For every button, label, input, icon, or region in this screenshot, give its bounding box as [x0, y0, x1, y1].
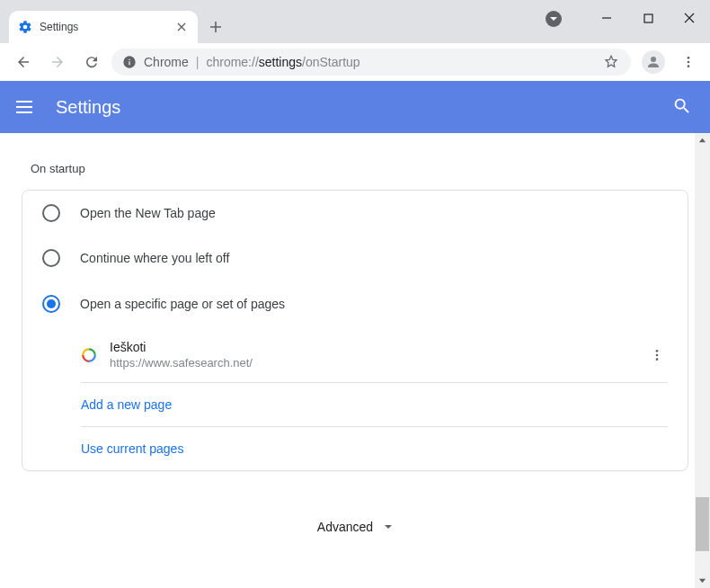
scroll-down-icon[interactable] [695, 573, 710, 588]
page-title: Settings [56, 97, 672, 118]
settings-header: Settings [0, 81, 710, 133]
svg-point-2 [688, 61, 690, 64]
new-tab-button[interactable] [203, 14, 228, 40]
settings-viewport: On startup Open the New Tab page Continu… [0, 133, 710, 588]
scroll-up-icon[interactable] [695, 133, 710, 148]
forward-button[interactable] [43, 48, 72, 76]
close-window-button[interactable] [669, 0, 710, 36]
radio-icon [42, 204, 60, 222]
scrollbar[interactable] [695, 133, 710, 588]
browser-tab[interactable]: Settings [9, 11, 198, 43]
advanced-label: Advanced [317, 520, 373, 534]
browser-menu-button[interactable] [676, 55, 701, 69]
reload-button[interactable] [77, 48, 106, 76]
omnibox-divider: | [196, 55, 200, 69]
advanced-toggle[interactable]: Advanced [22, 520, 688, 534]
search-icon[interactable] [672, 96, 694, 118]
bookmark-star-icon[interactable] [602, 53, 620, 71]
gear-icon [18, 20, 32, 34]
startup-page-url: https://www.safesearch.net/ [110, 356, 634, 370]
svg-point-8 [656, 350, 659, 352]
omnibox-origin: Chrome [144, 55, 189, 69]
scroll-thumb[interactable] [696, 497, 709, 551]
section-heading: On startup [31, 162, 688, 175]
page-row-menu-button[interactable] [646, 344, 668, 366]
hamburger-menu-icon[interactable] [16, 96, 38, 118]
radio-icon [42, 295, 60, 313]
radio-label: Continue where you left off [80, 251, 229, 265]
site-info-icon[interactable] [122, 55, 137, 69]
startup-page-row: Ieškoti https://www.safesearch.net/ [81, 327, 668, 382]
radio-icon [42, 249, 60, 267]
use-current-pages-link[interactable]: Use current pages [81, 427, 668, 470]
chevron-down-icon [384, 522, 393, 531]
radio-label: Open the New Tab page [80, 206, 216, 220]
svg-point-3 [688, 65, 690, 67]
profile-avatar[interactable] [642, 50, 665, 74]
window-controls [586, 0, 710, 36]
minimize-button[interactable] [586, 0, 627, 36]
favicon-icon [81, 347, 97, 363]
tab-dropdown-icon[interactable] [546, 11, 562, 27]
tab-title: Settings [40, 21, 167, 33]
svg-point-1 [688, 57, 690, 59]
radio-new-tab[interactable]: Open the New Tab page [22, 191, 688, 236]
radio-continue[interactable]: Continue where you left off [22, 236, 688, 281]
add-new-page-link[interactable]: Add a new page [81, 383, 668, 426]
back-button[interactable] [9, 48, 38, 76]
maximize-button[interactable] [627, 0, 669, 36]
window-titlebar: Settings [0, 0, 710, 43]
omnibox[interactable]: Chrome | chrome://settings/onStartup [111, 49, 631, 76]
on-startup-card: Open the New Tab page Continue where you… [22, 190, 688, 471]
startup-page-title: Ieškoti [110, 340, 634, 354]
radio-label: Open a specific page or set of pages [80, 297, 285, 311]
address-bar: Chrome | chrome://settings/onStartup [0, 43, 710, 81]
radio-specific-pages[interactable]: Open a specific page or set of pages [22, 281, 688, 327]
svg-rect-0 [644, 14, 652, 22]
svg-point-10 [656, 358, 659, 361]
omnibox-url: chrome://settings/onStartup [206, 55, 359, 69]
close-icon[interactable] [174, 20, 189, 34]
svg-point-9 [656, 353, 659, 356]
